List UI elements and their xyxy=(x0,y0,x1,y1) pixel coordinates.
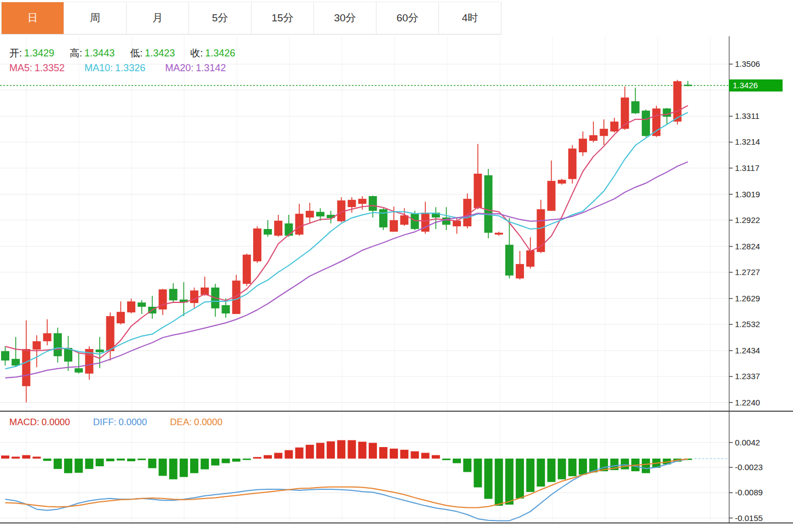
legend-label: DIFF: xyxy=(93,417,117,427)
legend-label: 低: xyxy=(130,48,142,59)
tab-4hour[interactable]: 4时 xyxy=(439,2,501,34)
legend-item: 开:1.3429 xyxy=(9,47,54,60)
legend-label: 开: xyxy=(9,48,22,59)
price-axis-label: 1.2727 xyxy=(735,267,790,277)
tab-5min[interactable]: 5分 xyxy=(189,2,252,34)
chart-canvas[interactable] xyxy=(0,0,793,532)
ma-legend: MA5:1.3352MA10:1.3326MA20:1.3142 xyxy=(9,62,226,74)
legend-item: DIFF:0.0000 xyxy=(93,417,147,428)
legend-value: 0.0000 xyxy=(118,417,147,427)
price-axis-label: 1.2240 xyxy=(735,398,790,407)
legend-label: MA20: xyxy=(165,62,193,73)
price-axis-label: 1.3506 xyxy=(735,59,790,68)
price-axis-label: 1.3117 xyxy=(735,163,790,173)
legend-item: MACD:0.0000 xyxy=(9,417,70,428)
price-axis-label: 1.2434 xyxy=(735,346,790,355)
tab-60min[interactable]: 60分 xyxy=(376,2,439,34)
price-axis-label: 1.2629 xyxy=(735,294,790,303)
price-axis-label: 1.2824 xyxy=(735,242,790,251)
legend-item: MA10:1.3326 xyxy=(84,62,145,74)
current-price-tag: 1.3426 xyxy=(729,79,783,91)
legend-item: DEA:0.0000 xyxy=(170,417,223,428)
legend-value: 1.3142 xyxy=(196,62,226,73)
macd-axis-label: -0.0155 xyxy=(735,513,790,523)
tab-day[interactable]: 日 xyxy=(1,2,64,34)
legend-item: MA5:1.3352 xyxy=(9,62,65,74)
macd-axis-label: -0.0023 xyxy=(735,462,790,472)
legend-item: MA20:1.3142 xyxy=(165,62,226,74)
legend-value: 1.3443 xyxy=(84,48,115,59)
legend-value: 1.3423 xyxy=(145,48,175,59)
trading-chart-app: 日周月5分15分30分60分4时 开:1.3429高:1.3443低:1.342… xyxy=(0,0,793,532)
macd-axis-label: -0.0089 xyxy=(735,488,790,497)
legend-label: 高: xyxy=(70,48,82,59)
price-axis-label: 1.3019 xyxy=(735,190,790,199)
price-axis-label: 1.3311 xyxy=(735,111,790,121)
macd-legend: MACD:0.0000DIFF:0.0000DEA:0.0000 xyxy=(9,417,223,428)
legend-label: MA5: xyxy=(9,62,32,73)
legend-value: 1.3352 xyxy=(35,62,65,73)
legend-item: 收:1.3426 xyxy=(190,47,235,60)
timeframe-tabbar: 日周月5分15分30分60分4时 xyxy=(1,2,501,35)
price-axis-label: 1.3214 xyxy=(735,137,790,146)
tab-30min[interactable]: 30分 xyxy=(314,2,376,34)
legend-label: DEA: xyxy=(170,417,192,427)
tab-month[interactable]: 月 xyxy=(127,2,189,34)
legend-value: 1.3426 xyxy=(205,48,235,59)
tab-week[interactable]: 周 xyxy=(64,2,127,34)
price-axis-label: 1.2337 xyxy=(735,371,790,381)
legend-label: MACD: xyxy=(9,417,39,427)
macd-axis-label: 0.0042 xyxy=(735,438,790,447)
legend-value: 0.0000 xyxy=(42,417,70,427)
price-axis-label: 1.2532 xyxy=(735,319,790,329)
legend-value: 1.3326 xyxy=(115,62,145,73)
ohlc-legend: 开:1.3429高:1.3443低:1.3423收:1.3426 xyxy=(9,47,235,60)
legend-item: 低:1.3423 xyxy=(130,47,175,60)
tab-15min[interactable]: 15分 xyxy=(252,2,314,34)
price-axis-label: 1.2922 xyxy=(735,215,790,225)
legend-item: 高:1.3443 xyxy=(70,47,115,60)
legend-value: 1.3429 xyxy=(24,48,54,59)
legend-label: 收: xyxy=(190,48,203,59)
legend-value: 0.0000 xyxy=(194,417,223,427)
legend-label: MA10: xyxy=(84,62,113,73)
